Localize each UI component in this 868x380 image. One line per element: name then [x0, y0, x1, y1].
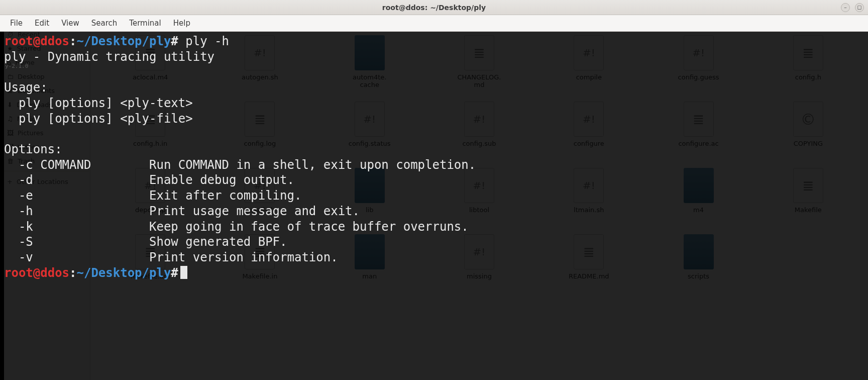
prompt-line: root@ddos:~/Desktop/ply# ply -h [4, 34, 864, 49]
maximize-button[interactable]: ◻ [855, 3, 864, 12]
prompt-user: root [4, 34, 33, 48]
menu-terminal[interactable]: Terminal [124, 17, 166, 30]
options-header: Options: [4, 142, 864, 157]
menu-view[interactable]: View [56, 17, 84, 30]
usage-lines: ply [options] <ply-text> ply [options] <… [4, 96, 864, 126]
output-title: ply - Dynamic tracing utility [4, 49, 864, 65]
prompt-line-cursor: root@ddos:~/Desktop/ply# [4, 265, 864, 281]
options-lines: -c COMMAND Run COMMAND in a shell, exit … [4, 157, 864, 265]
menu-search[interactable]: Search [86, 17, 123, 30]
cursor [180, 266, 187, 279]
terminal-body[interactable]: root@ddos:~/Desktop/ply# ply -h ply - Dy… [0, 32, 868, 287]
terminal-window: root@ddos: ~/Desktop/ply – ◻ FileEditVie… [0, 0, 868, 287]
prompt-path: ~/Desktop/ply [77, 34, 171, 48]
terminal-menubar: FileEditViewSearchTerminalHelp [0, 15, 868, 32]
menu-edit[interactable]: Edit [30, 17, 54, 30]
minimize-button[interactable]: – [841, 3, 850, 12]
menu-file[interactable]: File [5, 17, 28, 30]
menu-help[interactable]: Help [168, 17, 195, 30]
usage-header: Usage: [4, 80, 864, 96]
command-text: ply -h [178, 34, 229, 48]
window-title: root@ddos: ~/Desktop/ply [0, 4, 868, 12]
prompt-host: ddos [40, 34, 69, 48]
terminal-titlebar: root@ddos: ~/Desktop/ply – ◻ [0, 0, 868, 15]
